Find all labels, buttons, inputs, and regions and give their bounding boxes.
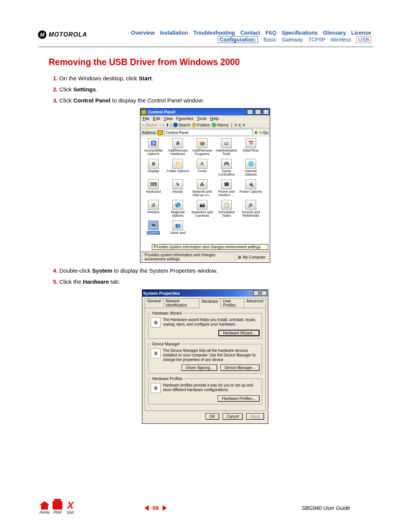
nav-link[interactable]: Specifications xyxy=(282,30,318,36)
ok-button[interactable]: OK xyxy=(206,413,219,420)
close-button[interactable]: × xyxy=(261,291,267,296)
control-panel-item[interactable]: 🖨Printers xyxy=(141,200,166,219)
control-panel-item[interactable]: 🔌Power Options xyxy=(239,179,263,198)
up-button[interactable]: ⬆ xyxy=(166,123,169,127)
control-panel-item[interactable]: 📁Folder Options xyxy=(166,159,190,178)
brand-name: MOTOROLA xyxy=(49,31,87,38)
delete-icon[interactable]: ✕ xyxy=(242,123,245,127)
hardware-profiles-button[interactable]: Hardware Profiles... xyxy=(218,395,260,402)
tab-general[interactable]: General xyxy=(145,298,164,308)
toolbar: ⇦ Back ▾ ⇨ ▾ ⬆ | Search Folders History … xyxy=(140,121,270,128)
item-label: Scanners and Cameras xyxy=(190,211,214,218)
control-panel-item[interactable]: 📅Date/Time xyxy=(239,138,263,157)
next-page-button[interactable] xyxy=(162,505,167,511)
control-panel-item[interactable]: ☎Phone and Modem ... xyxy=(214,179,239,198)
tab-hardware[interactable]: Hardware xyxy=(199,299,221,308)
nav-sub-link[interactable]: Basic xyxy=(263,37,276,43)
nav-link[interactable]: Installation xyxy=(160,30,188,36)
tab-user-profiles[interactable]: User Profiles xyxy=(220,298,244,308)
control-panel-item[interactable]: 🖧Network and Dial-up Co... xyxy=(190,179,214,198)
control-panel-item[interactable]: 🖥Add/Remove Hardware xyxy=(166,138,190,157)
go-button[interactable]: ↻Go xyxy=(260,131,268,135)
step-4: Double-click System to display the Syste… xyxy=(59,267,361,275)
folders-button[interactable]: Folders xyxy=(192,123,210,127)
forward-button[interactable]: ⇨ ▾ xyxy=(158,123,164,127)
nav-link[interactable]: License xyxy=(351,30,371,36)
menu-help[interactable]: Help xyxy=(210,116,219,121)
item-icon: ☎ xyxy=(221,179,232,189)
item-icon: 🖱 xyxy=(172,179,183,189)
control-panel-item[interactable]: 📋Scheduled Tasks xyxy=(214,200,239,219)
home-button[interactable]: Home xyxy=(38,501,51,514)
page-footer: Home Print X Exit 98 SBG940 User Guide xyxy=(38,501,373,514)
nav-link[interactable]: Contact xyxy=(241,30,260,36)
item-label: System xyxy=(147,231,160,235)
item-label: Keyboard xyxy=(146,190,161,193)
help-button[interactable]: ? xyxy=(253,291,259,296)
item-label: Add/Remove Programs xyxy=(190,149,214,156)
nav-link[interactable]: FAQ xyxy=(266,30,277,36)
search-button[interactable]: Search xyxy=(173,123,191,127)
menu-view[interactable]: View xyxy=(164,116,173,121)
print-button[interactable]: Print xyxy=(51,501,64,514)
control-panel-item[interactable]: 📷Scanners and Cameras xyxy=(190,200,214,219)
history-button[interactable]: History xyxy=(212,123,229,127)
item-icon: 🎮 xyxy=(221,159,232,169)
nav-sub-link[interactable]: Wireless xyxy=(331,37,351,43)
control-panel-item[interactable]: 🖱Mouse xyxy=(166,179,190,198)
control-panel-item[interactable]: 🖥Display xyxy=(141,159,166,178)
control-panel-item[interactable]: 💻System xyxy=(141,220,166,240)
tool-icon[interactable]: ⎘ xyxy=(235,123,237,127)
nav-sub-link[interactable]: TCP/IP xyxy=(308,37,325,43)
exit-button[interactable]: X Exit xyxy=(64,501,77,514)
page-title: Removing the USB Driver from Windows 200… xyxy=(49,57,361,67)
cancel-button[interactable]: Cancel xyxy=(223,413,243,420)
control-panel-item[interactable]: 🌎Regional Options xyxy=(166,200,190,219)
print-icon xyxy=(53,501,62,510)
apply-button[interactable]: Apply xyxy=(246,413,264,420)
control-panel-item[interactable]: 🗂Administrative Tools xyxy=(214,138,239,157)
prev-page-button[interactable] xyxy=(144,505,149,511)
nav-link[interactable]: Overview xyxy=(131,30,155,36)
control-panel-item[interactable]: 🌐Internet Options xyxy=(239,159,263,178)
nav-sub-link[interactable]: Gateway xyxy=(282,37,303,43)
control-panel-item[interactable]: 🔊Sounds and Multimedia xyxy=(239,200,263,219)
nav-sub-usb-box[interactable]: USB xyxy=(356,36,371,43)
control-panel-item[interactable]: AFonts xyxy=(190,159,214,178)
item-label: Fonts xyxy=(198,169,207,173)
window-title: System Properties xyxy=(143,291,180,296)
menu-tools[interactable]: Tools xyxy=(197,116,207,121)
header-divider xyxy=(38,46,373,47)
maximize-button[interactable]: □ xyxy=(255,109,261,115)
control-panel-item[interactable]: 🎮Game Controllers xyxy=(214,159,239,178)
back-button[interactable]: ⇦ Back ▾ xyxy=(142,123,157,127)
control-panel-icons: ♿Accessibility Options🖥Add/Remove Hardwa… xyxy=(140,137,270,250)
tab-advanced[interactable]: Advanced xyxy=(244,298,266,308)
control-panel-item[interactable]: ⌨Keyboard xyxy=(141,179,166,198)
control-panel-item[interactable]: ♿Accessibility Options xyxy=(141,138,166,157)
minimize-button[interactable]: _ xyxy=(247,109,253,115)
item-icon: 🌐 xyxy=(245,159,256,169)
nav-link[interactable]: Glossary xyxy=(323,30,346,36)
close-button[interactable]: × xyxy=(263,109,269,115)
page-number: 98 xyxy=(153,505,159,511)
nav-link[interactable]: Troubleshooting xyxy=(193,30,235,36)
tab-network-identification[interactable]: Network Identification xyxy=(163,298,199,308)
item-label: Regional Options xyxy=(166,211,190,218)
address-input[interactable] xyxy=(164,129,253,136)
item-label: Scheduled Tasks xyxy=(214,211,239,218)
hardware-wizard-button[interactable]: Hardware Wizard... xyxy=(218,330,260,336)
pager: 98 xyxy=(144,505,167,511)
nav-configuration-box[interactable]: Configuration: xyxy=(218,36,258,43)
item-label: Power Options xyxy=(239,190,262,193)
control-panel-item[interactable]: 👥Users and xyxy=(166,220,190,240)
control-panel-item[interactable]: 📦Add/Remove Programs xyxy=(190,138,214,157)
item-icon: ⌨ xyxy=(148,179,159,189)
menu-favorites[interactable]: Favorites xyxy=(176,116,193,121)
menu-file[interactable]: File xyxy=(143,116,150,121)
status-text: Provides system information and changes … xyxy=(142,252,235,262)
tool-icon[interactable]: ⎗ xyxy=(239,123,241,127)
menu-edit[interactable]: Edit xyxy=(153,116,160,121)
driver-signing-button[interactable]: Driver Signing... xyxy=(182,364,217,371)
device-manager-button[interactable]: Device Manager... xyxy=(220,364,260,371)
